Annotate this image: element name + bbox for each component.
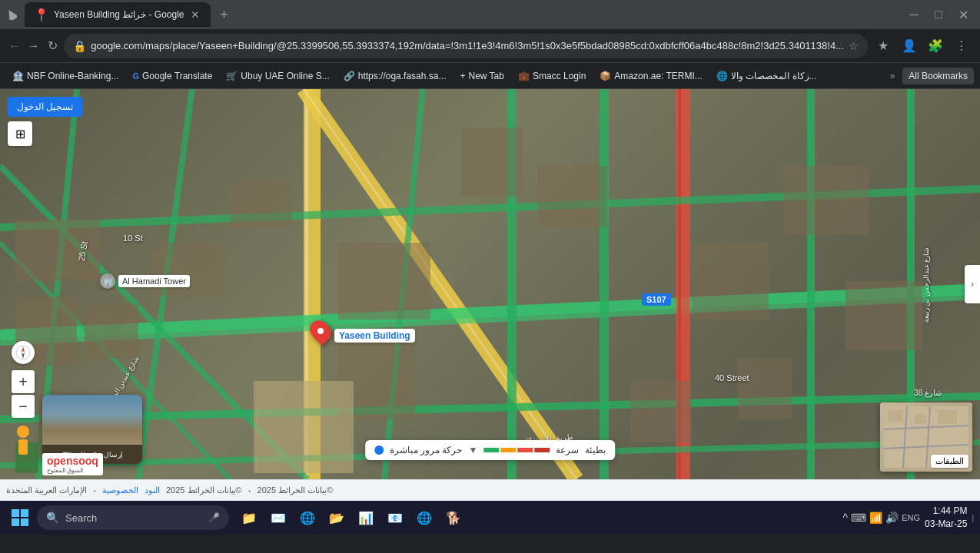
refresh-button[interactable]: ↻ [45, 34, 61, 58]
mini-map[interactable]: الطبقات [880, 402, 972, 472]
status-bar: الإمارات العربية المتحدة • الخصوصية النو… [0, 479, 980, 501]
start-button[interactable] [6, 504, 34, 531]
taskbar-app-outlook[interactable]: 📧 [381, 504, 409, 531]
taskbar-app-excel[interactable]: 📊 [352, 504, 380, 531]
street-label-abdur: شارع عبدالرحمن بن ربيعة [923, 247, 931, 323]
tab-close-button[interactable]: ✕ [189, 8, 201, 21]
star-icon[interactable]: ☆ [849, 40, 859, 52]
close-button[interactable]: ✕ [952, 4, 974, 25]
svg-rect-51 [12, 518, 19, 526]
location-pin-yaseen[interactable]: Yaseen Building [311, 320, 415, 343]
bookmark-icon-nbf: 🏦 [12, 71, 24, 81]
tab-favicon: 📍 [34, 8, 49, 22]
street-label-38st: شارع 38 [914, 389, 942, 397]
bookmark-icon-ubuy: 🛒 [226, 71, 238, 81]
zoom-out-button[interactable]: − [12, 395, 35, 418]
menu-icon[interactable]: ⋮ [949, 34, 974, 58]
svg-rect-48 [938, 410, 957, 424]
zoom-in-button[interactable]: + [12, 370, 35, 393]
bookmark-zakat[interactable]: 🌐 زكاة المخصصات والا... [710, 66, 823, 86]
pin-icon-yaseen [306, 316, 335, 346]
traffic-seg-1 [483, 448, 499, 452]
profile-icon[interactable]: 👤 [897, 34, 922, 58]
traffic-speed-icon: ▼ [468, 445, 477, 455]
forward-button[interactable]: → [25, 34, 42, 58]
place-dot-hamadi: 🏢 [100, 273, 115, 289]
right-panel-toggle[interactable]: › [965, 265, 980, 303]
maximize-button[interactable]: □ [928, 4, 949, 25]
pegman-icon[interactable] [12, 426, 35, 464]
sign-in-button[interactable]: تسجيل الدخول [8, 97, 82, 117]
bookmarks-bar: 🏦 NBF Online-Banking... G Google Transla… [0, 63, 980, 89]
taskbar-app-chrome[interactable]: 🌐 [410, 504, 438, 531]
taskbar-search-box[interactable]: 🔍 Search 🎤 [37, 505, 229, 530]
taskbar-apps: 📁 ✉️ 🌐 📂 📊 📧 🌐 🐕 [235, 504, 467, 531]
layers-button[interactable]: الطبقات [931, 455, 968, 468]
svg-line-14 [0, 189, 980, 227]
traffic-seg-4 [534, 448, 550, 452]
svg-line-3 [304, 89, 576, 479]
new-tab-button[interactable]: + [214, 4, 235, 25]
street-label-40st: 40 Street [715, 373, 749, 382]
active-tab[interactable]: 📍 Yaseen Building خرائط - Google ✕ [25, 2, 211, 27]
back-button[interactable]: ← [6, 34, 22, 58]
status-country: الإمارات العربية المتحدة [6, 485, 87, 495]
all-bookmarks-folder[interactable]: All Bookmarks [902, 68, 974, 84]
show-desktop-icon[interactable]: | [972, 514, 974, 522]
tray-network-icon[interactable]: 📶 [869, 512, 882, 524]
map-container[interactable]: 10 St 25 St 40 Street شارع 38 طريق الاست… [0, 89, 980, 479]
lock-icon: 🔒 [73, 40, 86, 52]
svg-rect-28 [461, 127, 523, 197]
place-label-hamadi: Al Hamadi Tower [118, 275, 190, 287]
traffic-slow-label: بطيئة [585, 445, 606, 455]
titlebar: 📍 Yaseen Building خرائط - Google ✕ + ─ □… [0, 0, 980, 29]
svg-rect-49 [12, 509, 19, 517]
bookmarks-icon[interactable]: ★ [871, 34, 895, 58]
traffic-seg-2 [500, 448, 516, 452]
traffic-scale [483, 448, 550, 452]
place-marker-hamadi[interactable]: 🏢 Al Hamadi Tower [100, 273, 190, 289]
bookmark-amazon[interactable]: 📦 Amazon.ae: TERMI... [593, 66, 709, 86]
bookmark-ubuy[interactable]: 🛒 Ubuy UAE Online S... [220, 66, 335, 86]
tab-title: Yaseen Building خرائط - Google [54, 9, 184, 20]
taskbar-clock[interactable]: 1:44 PM 03-Mar-25 [925, 505, 967, 531]
taskbar-app-files[interactable]: 📁 [235, 504, 263, 531]
status-conditions-link[interactable]: النود [145, 485, 160, 495]
map-left-panel: تسجيل الدخول ⊞ [8, 97, 82, 146]
bookmarks-more-button[interactable]: » [884, 68, 902, 84]
bookmark-translate[interactable]: G Google Translate [126, 66, 218, 86]
bookmark-nbf[interactable]: 🏦 NBF Online-Banking... [6, 66, 125, 86]
svg-rect-47 [915, 414, 926, 423]
extensions-icon[interactable]: 🧩 [923, 34, 948, 58]
taskbar-search-text: Search [65, 512, 202, 524]
street-view-thumbnail[interactable]: 📷 ملاحظات إرسال [42, 395, 142, 464]
taskbar-app-mail[interactable]: ✉️ [264, 504, 292, 531]
svg-rect-37 [254, 381, 354, 473]
street-view-overlay: 📷 ملاحظات إرسال [42, 445, 142, 464]
taskbar-app-other[interactable]: 🐕 [440, 504, 467, 531]
bookmark-oga[interactable]: 🔗 https://oga.fasah.sa... [337, 66, 453, 86]
tray-keyboard-icon[interactable]: ⌨ [851, 512, 866, 524]
taskbar-search-icon: 🔍 [46, 512, 59, 524]
svg-rect-35 [231, 181, 292, 227]
address-bar[interactable]: 🔒 google.com/maps/place/Yaseen+Building/… [64, 34, 868, 58]
taskbar-time-display: 1:44 PM [925, 505, 967, 518]
grid-button[interactable]: ⊞ [8, 121, 32, 146]
minimize-button[interactable]: ─ [903, 4, 925, 25]
svg-rect-27 [338, 343, 415, 419]
tray-volume-icon[interactable]: 🔊 [885, 512, 899, 524]
traffic-legend[interactable]: حركة مرور مباشرة ▼ سرعة بطيئة [365, 440, 616, 460]
compass-button[interactable] [12, 341, 35, 364]
tray-expand-icon[interactable]: ^ [843, 512, 849, 524]
street-label-10st: 10 St [123, 233, 143, 243]
svg-line-7 [0, 396, 980, 419]
bookmark-newtab[interactable]: + New Tab [453, 66, 510, 86]
svg-rect-1 [304, 89, 321, 479]
bookmark-smacc[interactable]: 💼 Smacc Login [512, 66, 592, 86]
status-privacy-link[interactable]: الخصوصية [102, 485, 138, 495]
svg-rect-12 [807, 89, 815, 479]
taskbar-app-explorer[interactable]: 📂 [323, 504, 350, 531]
taskbar-lang[interactable]: ENG [902, 513, 920, 522]
taskbar-right: ^ ⌨ 📶 🔊 ENG 1:44 PM 03-Mar-25 | [843, 505, 974, 531]
taskbar-app-edge[interactable]: 🌐 [294, 504, 321, 531]
